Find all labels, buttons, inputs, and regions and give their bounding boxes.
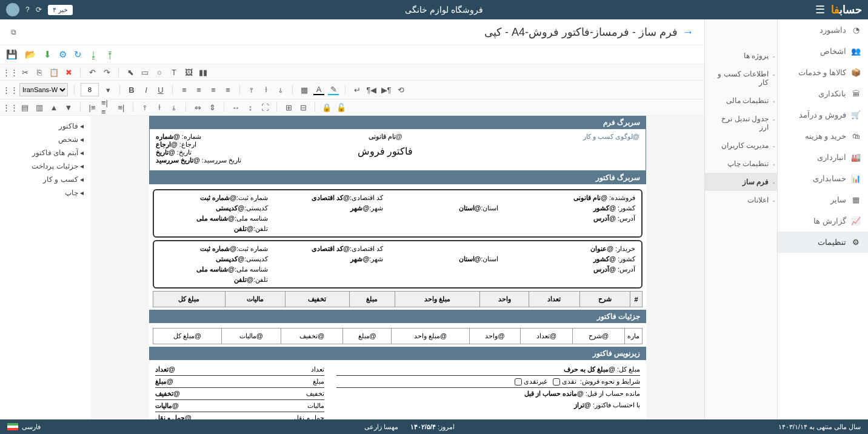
underline-icon[interactable]: U [155, 84, 166, 95]
rtl-icon[interactable]: ¶◀ [366, 84, 377, 95]
align-r2-icon[interactable]: ≡| [116, 102, 127, 113]
align-right-icon[interactable]: ≡ [208, 84, 219, 95]
font-size-input[interactable] [81, 83, 99, 96]
refresh2-icon[interactable]: ↻ [74, 49, 82, 60]
align-justify-icon[interactable]: ≡ [222, 84, 233, 95]
upload-icon[interactable]: ⭱ [105, 50, 115, 60]
valign-bot-icon[interactable]: ⫰ [275, 84, 286, 95]
group-icon[interactable]: ⊞ [283, 102, 294, 113]
sub-item-notifications[interactable]: اعلانات [705, 191, 777, 209]
form-canvas[interactable]: سربرگ فرم @لوگوی کسب و کار @نام قانونی ف… [149, 116, 646, 419]
sidebar-item-accounting[interactable]: 📊حسابداری [778, 168, 868, 189]
circle-icon[interactable]: ○ [154, 67, 165, 78]
save-icon[interactable]: 💾 [6, 49, 18, 60]
gear-icon[interactable]: ⚙ [59, 49, 67, 60]
align-b2-icon[interactable]: ⫰ [169, 102, 179, 113]
ungroup-icon[interactable]: ⊟ [298, 102, 309, 113]
sidebar-item-warehouse[interactable]: 🏭انبارداری [778, 147, 868, 168]
download-icon[interactable]: ⭳ [89, 50, 98, 60]
copy2-icon[interactable]: ⎘ [34, 67, 45, 78]
back-arrow-icon[interactable]: → [683, 26, 693, 39]
drag2-icon[interactable]: ⋮⋮ [5, 84, 16, 95]
pointer-icon[interactable]: ⬉ [125, 67, 136, 78]
text-color-icon[interactable]: A [313, 84, 324, 95]
undo-icon[interactable]: ↶ [87, 67, 98, 78]
open-icon[interactable]: 📂 [25, 49, 36, 60]
cash-checkbox[interactable] [553, 378, 560, 386]
same-size-icon[interactable]: ⛶ [259, 102, 270, 113]
sidebar-item-other[interactable]: ▦سایر [778, 189, 868, 210]
sub-item-projects[interactable]: پروژه ها [705, 47, 777, 65]
sub-item-businessinfo[interactable]: اطلاعات کسب و کار [705, 65, 777, 92]
menu-item-items[interactable]: ◂ آیتم های فاکتور [0, 146, 91, 159]
layer-down-icon[interactable]: ▼ [63, 102, 74, 113]
unlock-icon[interactable]: 🔓 [336, 102, 347, 113]
sub-item-exchange[interactable]: جدول تبدیل نرخ ارز [705, 110, 777, 136]
send-back-icon[interactable]: ▥ [34, 102, 45, 113]
paste-icon[interactable]: 📋 [48, 67, 59, 78]
help-icon[interactable]: ? [25, 5, 30, 14]
valign-top-icon[interactable]: ⫯ [246, 84, 257, 95]
drag-icon[interactable]: ⋮⋮ [5, 67, 16, 78]
align-l2-icon[interactable]: |≡ [87, 102, 98, 113]
lock-icon[interactable]: 🔒 [321, 102, 332, 113]
layer-up-icon[interactable]: ▲ [48, 102, 59, 113]
same-h-icon[interactable]: ↕ [245, 102, 256, 113]
sidebar-item-purchase[interactable]: 🛍خرید و هزینه [778, 125, 868, 147]
size-dropdown-icon[interactable]: ▾ [102, 84, 113, 95]
hamburger-icon[interactable]: ☰ [815, 3, 825, 16]
redo-icon[interactable]: ↷ [101, 67, 112, 78]
menu-item-paydetails[interactable]: ◂ جزئیات پرداخت [0, 159, 91, 173]
news-badge[interactable]: خبر ۴ [48, 5, 73, 15]
menu-item-invoice[interactable]: ◂ فاکتور [0, 119, 91, 133]
sub-item-financial[interactable]: تنظیمات مالی [705, 92, 777, 110]
italic-icon[interactable]: I [141, 84, 152, 95]
align-c2-icon[interactable]: ≡|≡ [101, 102, 112, 113]
dist-v-icon[interactable]: ⇕ [207, 102, 218, 113]
workspace-title: فروشگاه لوازم خانگی [405, 5, 483, 15]
bold-icon[interactable]: B [126, 84, 137, 95]
warehouse-icon: 🏭 [851, 153, 861, 162]
copy-icon[interactable]: ⧉ [11, 28, 16, 36]
align-left-icon[interactable]: ≡ [179, 84, 190, 95]
canvas-wrap[interactable]: سربرگ فرم @لوگوی کسب و کار @نام قانونی ف… [0, 116, 704, 419]
sub-item-print[interactable]: تنظیمات چاپ [705, 155, 777, 173]
noncash-checkbox[interactable] [515, 378, 522, 386]
drag3-icon[interactable]: ⋮⋮ [5, 102, 16, 113]
section-header-form: سربرگ فرم [149, 116, 646, 129]
highlight-icon[interactable]: ✎ [328, 84, 339, 95]
menu-item-business[interactable]: ◂ کسب و کار [0, 173, 91, 186]
export-icon[interactable]: ⬇ [44, 49, 52, 60]
menu-item-print[interactable]: ◂ چاپ [0, 186, 91, 199]
image-icon[interactable]: 🖼 [183, 67, 194, 78]
align-t2-icon[interactable]: ⫯ [139, 102, 150, 113]
sidebar-item-reports[interactable]: 📈گزارش ها [778, 210, 868, 232]
border-icon[interactable]: ▦ [299, 84, 310, 95]
text-icon[interactable]: T [169, 67, 179, 78]
dist-h-icon[interactable]: ⇔ [192, 102, 203, 113]
sidebar-item-sales[interactable]: 🛒فروش و درآمد [778, 104, 868, 125]
valign-mid-icon[interactable]: ⫲ [261, 84, 272, 95]
same-w-icon[interactable]: ↔ [230, 102, 241, 113]
sidebar-item-settings[interactable]: ⚙تنظیمات [778, 232, 868, 253]
bring-front-icon[interactable]: ▤ [19, 102, 30, 113]
rect-icon[interactable]: ▭ [139, 67, 150, 78]
align-m2-icon[interactable]: ⫲ [154, 102, 165, 113]
barcode-icon[interactable]: ▮▮ [198, 67, 209, 78]
refresh-icon[interactable]: ⟳ [36, 5, 42, 14]
menu-item-person[interactable]: ◂ شخص [0, 133, 91, 146]
delete-icon[interactable]: ✖ [63, 67, 74, 78]
avatar[interactable] [6, 3, 19, 16]
sidebar-item-products[interactable]: 📦کالاها و خدمات [778, 62, 868, 83]
sidebar-item-dashboard[interactable]: ◔داشبورد [778, 19, 868, 41]
sub-item-formbuilder[interactable]: فرم ساز [705, 173, 777, 191]
align-center-icon[interactable]: ≡ [193, 84, 204, 95]
sidebar-item-banking[interactable]: 🏛بانکداری [778, 83, 868, 104]
ltr-icon[interactable]: ▶¶ [381, 84, 392, 95]
sidebar-item-contacts[interactable]: 👥اشخاص [778, 41, 868, 62]
sub-item-users[interactable]: مدیریت کاربران [705, 136, 777, 155]
wordwrap-icon[interactable]: ↵ [352, 84, 362, 95]
cut-icon[interactable]: ✂ [19, 67, 30, 78]
font-select[interactable]: IranSans-Web [19, 83, 68, 96]
rotate-icon[interactable]: ⟲ [395, 84, 406, 95]
